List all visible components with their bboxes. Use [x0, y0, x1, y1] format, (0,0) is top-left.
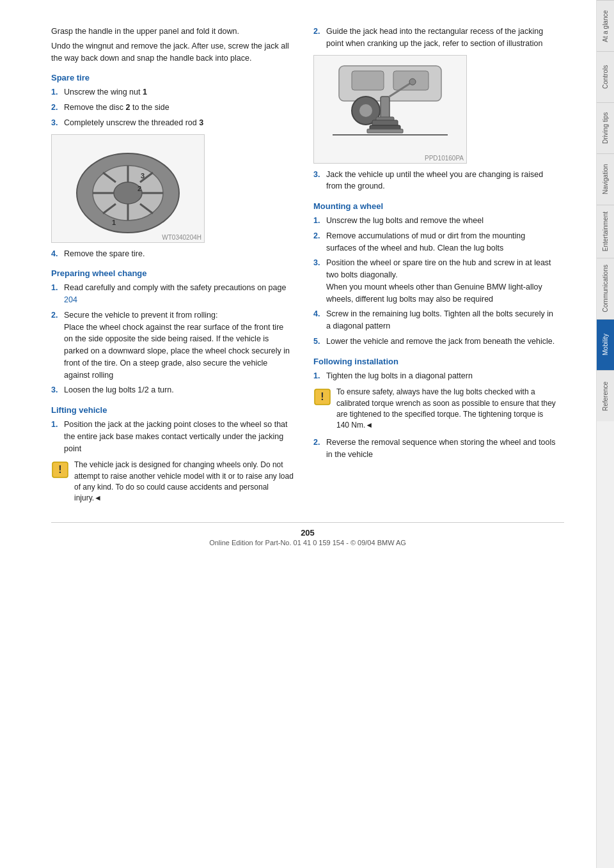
list-item: 3. Completely unscrew the threaded rod 3	[51, 117, 294, 129]
list-item: 1. Unscrew the lug bolts and remove the …	[313, 215, 556, 227]
lifting-warning: ! The vehicle jack is designed for chang…	[51, 460, 294, 504]
list-text: Lower the vehicle and remove the jack fr…	[326, 336, 555, 348]
right-step3: 3. Jack the vehicle up until the wheel y…	[313, 169, 556, 193]
list-text: Remove the spare tire.	[64, 248, 145, 260]
jack-image-label: PPD10160PA	[425, 155, 464, 162]
list-item: 3. Loosen the lug bolts 1/2 a turn.	[51, 384, 294, 396]
list-item: 2. Secure the vehicle to prevent it from…	[51, 309, 294, 382]
right-step2: 2. Guide the jack head into the rectangu…	[313, 26, 556, 50]
list-num: 3.	[51, 117, 60, 129]
list-item: 3. Position the wheel or spare tire on t…	[313, 257, 556, 305]
preparing-list: 1. Read carefully and comply with the sa…	[51, 282, 294, 396]
list-item: 1. Read carefully and comply with the sa…	[51, 282, 294, 306]
list-text: Unscrew the lug bolts and remove the whe…	[326, 215, 484, 227]
list-text: Position the jack at the jacking point c…	[64, 419, 294, 454]
preparing-heading: Preparing wheel change	[51, 268, 294, 278]
list-item: 1. Position the jack at the jacking poin…	[51, 419, 294, 454]
svg-text:1: 1	[112, 219, 116, 226]
list-item: 4. Remove the spare tire.	[51, 248, 294, 260]
spare-tire-list: 1. Unscrew the wing nut 1 2. Remove the …	[51, 86, 294, 128]
lifting-list: 1. Position the jack at the jacking poin…	[51, 419, 294, 454]
list-text: Position the wheel or spare tire on the …	[326, 257, 556, 305]
list-num: 3.	[313, 257, 322, 305]
sidebar-tab-controls[interactable]: Controls	[597, 51, 614, 102]
page-number: 205	[51, 528, 564, 538]
svg-point-20	[359, 104, 372, 117]
copyright-text: Online Edition for Part-No. 01 41 0 159 …	[209, 539, 406, 546]
page-footer: 205 Online Edition for Part-No. 01 41 0 …	[51, 522, 564, 546]
sidebar-tab-communications[interactable]: Communications	[597, 258, 614, 318]
list-num: 1.	[313, 215, 322, 227]
list-num: 3.	[51, 384, 60, 396]
main-content: Grasp the handle in the upper panel and …	[0, 0, 596, 868]
warning-icon: !	[313, 388, 331, 406]
list-num: 1.	[313, 370, 322, 382]
list-text: Tighten the lug bolts in a diagonal patt…	[326, 370, 473, 382]
list-num: 2.	[313, 26, 322, 50]
list-text: Jack the vehicle up until the wheel you …	[326, 169, 556, 193]
list-item: 5. Lower the vehicle and remove the jack…	[313, 336, 556, 348]
following-list: 1. Tighten the lug bolts in a diagonal p…	[313, 370, 556, 382]
list-text: Read carefully and comply with the safet…	[64, 282, 294, 306]
list-num: 2.	[313, 437, 322, 461]
list-num: 4.	[51, 248, 60, 260]
list-text: Remove accumulations of mud or dirt from…	[326, 230, 556, 254]
warning-icon: !	[51, 461, 69, 479]
list-item: 2. Remove the disc 2 to the side	[51, 102, 294, 114]
list-num: 2.	[51, 309, 60, 382]
svg-point-28	[409, 79, 416, 85]
right-column: 2. Guide the jack head into the rectangu…	[313, 26, 556, 509]
svg-rect-21	[381, 97, 390, 119]
list-text: Screw in the remaining lug bolts. Tighte…	[326, 308, 556, 332]
svg-rect-25	[367, 129, 403, 133]
intro-text-1: Grasp the handle in the upper panel and …	[51, 26, 294, 38]
list-text: Loosen the lug bolts 1/2 a turn.	[64, 384, 174, 396]
following-list-2: 2. Reverse the removal sequence when sto…	[313, 437, 556, 461]
list-item: 3. Jack the vehicle up until the wheel y…	[313, 169, 556, 193]
following-warning: ! To ensure safety, always have the lug …	[313, 387, 556, 431]
svg-text:3: 3	[141, 172, 145, 180]
tire-diagram: 3 2 1 WT0340204H	[51, 134, 205, 243]
jack-diagram: PPD10160PA	[313, 55, 467, 164]
sidebar-tab-navigation[interactable]: Navigation	[597, 153, 614, 205]
list-text: Completely unscrew the threaded rod 3	[64, 117, 203, 129]
list-num: 1.	[51, 419, 60, 454]
sidebar-tab-driving-tips[interactable]: Driving tips	[597, 102, 614, 153]
list-num: 1.	[51, 86, 60, 98]
sidebar-tab-mobility[interactable]: Mobility	[597, 319, 614, 370]
svg-text:!: !	[58, 464, 61, 475]
sidebar-tab-at-a-glance[interactable]: At a glance	[597, 0, 614, 51]
list-text: Secure the vehicle to prevent it from ro…	[64, 309, 294, 382]
list-text: Remove the disc 2 to the side	[64, 102, 169, 114]
list-text: Guide the jack head into the rectangular…	[326, 26, 556, 50]
tire-image-label: WT0340204H	[162, 234, 201, 241]
list-num: 3.	[313, 169, 322, 193]
left-column: Grasp the handle in the upper panel and …	[51, 26, 294, 509]
warning-text: The vehicle jack is designed for changin…	[74, 460, 294, 504]
list-text: Unscrew the wing nut 1	[64, 86, 147, 98]
svg-rect-17	[352, 71, 384, 90]
svg-text:!: !	[320, 391, 324, 402]
list-text: Reverse the removal sequence when storin…	[326, 437, 556, 461]
intro-text-2: Undo the wingnut and remove the jack. Af…	[51, 40, 294, 65]
mounting-heading: Mounting a wheel	[313, 201, 556, 211]
sidebar: At a glance Controls Driving tips Naviga…	[596, 0, 614, 868]
lifting-heading: Lifting vehicle	[51, 405, 294, 415]
list-item: 1. Tighten the lug bolts in a diagonal p…	[313, 370, 556, 382]
svg-text:2: 2	[138, 185, 141, 192]
list-item: 2. Remove accumulations of mud or dirt f…	[313, 230, 556, 254]
list-num: 4.	[313, 308, 322, 332]
list-num: 1.	[51, 282, 60, 306]
list-item: 4. Screw in the remaining lug bolts. Tig…	[313, 308, 556, 332]
intro-block: Grasp the handle in the upper panel and …	[51, 26, 294, 64]
sidebar-tab-reference[interactable]: Reference	[597, 370, 614, 421]
following-heading: Following installation	[313, 357, 556, 366]
sidebar-tab-entertainment[interactable]: Entertainment	[597, 205, 614, 258]
list-item: 2. Guide the jack head into the rectangu…	[313, 26, 556, 50]
list-num: 2.	[313, 230, 322, 254]
spare-tire-heading: Spare tire	[51, 73, 294, 82]
spare-tire-item4: 4. Remove the spare tire.	[51, 248, 294, 260]
list-num: 5.	[313, 336, 322, 348]
following-warning-text: To ensure safety, always have the lug bo…	[336, 387, 556, 431]
list-item: 2. Reverse the removal sequence when sto…	[313, 437, 556, 461]
